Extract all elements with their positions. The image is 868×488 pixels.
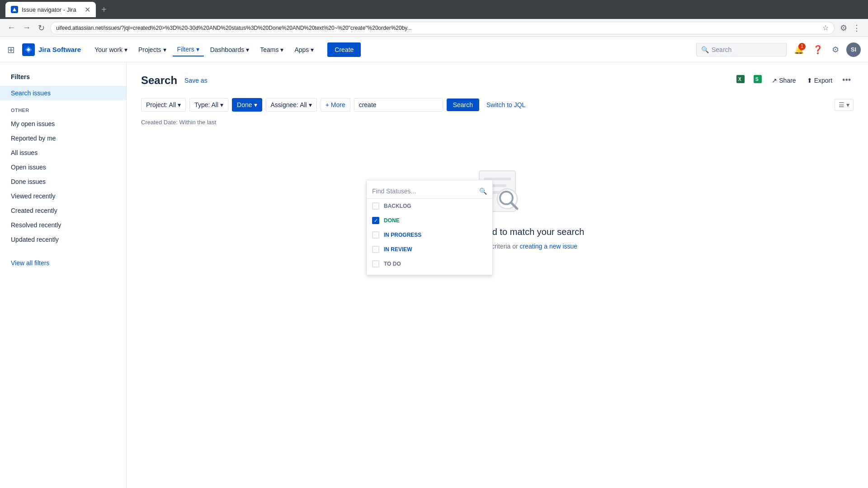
todo-checkbox[interactable] bbox=[372, 260, 379, 267]
sidebar-item-viewed-recently[interactable]: Viewed recently bbox=[0, 189, 126, 203]
nav-filters[interactable]: Filters ▾ bbox=[173, 43, 204, 56]
chevron-down-icon: ▾ bbox=[254, 101, 257, 108]
chevron-down-icon: ▾ bbox=[178, 101, 181, 108]
status-option-in-review[interactable]: IN REVIEW bbox=[367, 242, 492, 257]
nav-projects[interactable]: Projects ▾ bbox=[134, 43, 171, 56]
status-option-todo[interactable]: TO DO bbox=[367, 257, 492, 271]
in-progress-label: IN PROGRESS bbox=[384, 232, 421, 238]
sidebar-item-search-issues[interactable]: Search issues bbox=[0, 86, 126, 100]
in-progress-checkbox[interactable] bbox=[372, 231, 379, 239]
help-btn[interactable]: ❓ bbox=[811, 43, 825, 56]
export-icon: ⬆ bbox=[807, 77, 812, 84]
nav-teams[interactable]: Teams ▾ bbox=[255, 43, 288, 56]
status-option-in-progress[interactable]: IN PROGRESS bbox=[367, 228, 492, 242]
project-filter-btn[interactable]: Project: All ▾ bbox=[141, 98, 186, 112]
assignee-filter-btn[interactable]: Assignee: All ▾ bbox=[266, 98, 317, 112]
sidebar-title: Filters bbox=[0, 73, 126, 80]
backlog-label: BACKLOG bbox=[384, 203, 411, 209]
sheets-icon-btn[interactable]: S bbox=[751, 73, 764, 87]
tab-title: Issue navigator - Jira bbox=[22, 6, 76, 13]
done-checkbox[interactable] bbox=[372, 217, 379, 224]
extensions-btn[interactable]: ⚙ bbox=[838, 21, 849, 35]
bookmark-icon[interactable]: ☆ bbox=[822, 23, 829, 32]
share-btn[interactable]: ↗ Share bbox=[768, 75, 799, 86]
sidebar-item-open[interactable]: Open issues bbox=[0, 160, 126, 174]
chevron-down-icon: ▾ bbox=[246, 46, 249, 53]
sidebar-other-section: OTHER bbox=[0, 100, 126, 117]
backlog-checkbox[interactable] bbox=[372, 202, 379, 210]
sidebar-item-resolved-recently[interactable]: Resolved recently bbox=[0, 218, 126, 232]
content-area: Search Save as X S ↗ Share ⬆ Expor bbox=[127, 62, 868, 488]
nav-your-work[interactable]: Your work ▾ bbox=[90, 43, 132, 56]
list-view-btn[interactable]: ☰ ▾ bbox=[835, 99, 854, 111]
notifications-btn[interactable]: 🔔 1 bbox=[792, 43, 806, 56]
svg-marker-0 bbox=[13, 8, 16, 11]
filter-bar: Project: All ▾ Type: All ▾ Done ▾ Assign… bbox=[141, 98, 854, 112]
address-text: uifeed.atlassian.net/issues/?jql=created… bbox=[56, 25, 820, 31]
dropdown-search-container: 🔍 bbox=[367, 184, 492, 199]
status-option-done[interactable]: DONE bbox=[367, 213, 492, 228]
chevron-down-icon: ▾ bbox=[163, 46, 166, 53]
chevron-down-icon: ▾ bbox=[309, 101, 312, 108]
search-submit-btn[interactable]: Search bbox=[447, 99, 479, 111]
nav-apps[interactable]: Apps ▾ bbox=[290, 43, 318, 56]
main-content: Filters Search issues OTHER My open issu… bbox=[0, 62, 868, 488]
page-header: Search Save as X S ↗ Share ⬆ Expor bbox=[141, 73, 854, 87]
chevron-down-icon: ▾ bbox=[311, 46, 314, 53]
text-search-input[interactable] bbox=[354, 98, 443, 112]
create-issue-link[interactable]: creating a new issue bbox=[520, 243, 578, 250]
more-actions-btn[interactable]: ••• bbox=[840, 74, 854, 87]
grid-icon[interactable]: ⊞ bbox=[7, 44, 15, 55]
excel-icon-btn[interactable]: X bbox=[734, 73, 747, 87]
browser-tab[interactable]: Issue navigator - Jira ✕ bbox=[5, 2, 96, 17]
nav-right: 🔍 Search 🔔 1 ❓ ⚙ SI bbox=[696, 42, 861, 57]
chevron-down-icon: ▾ bbox=[124, 46, 127, 53]
create-btn[interactable]: Create bbox=[327, 42, 361, 57]
back-btn[interactable]: ← bbox=[5, 21, 17, 34]
sidebar-item-all[interactable]: All issues bbox=[0, 145, 126, 160]
address-bar[interactable]: uifeed.atlassian.net/issues/?jql=created… bbox=[50, 22, 835, 34]
page-title: Search bbox=[141, 74, 177, 87]
more-filter-btn[interactable]: + More bbox=[321, 98, 350, 112]
done-label: DONE bbox=[384, 217, 400, 224]
svg-text:S: S bbox=[755, 77, 759, 82]
sidebar: Filters Search issues OTHER My open issu… bbox=[0, 62, 127, 488]
sidebar-item-my-open[interactable]: My open issues bbox=[0, 117, 126, 131]
chevron-down-icon: ▾ bbox=[220, 101, 223, 108]
search-placeholder: Search bbox=[712, 46, 731, 53]
in-review-label: IN REVIEW bbox=[384, 246, 412, 253]
view-toggle: ☰ ▾ bbox=[835, 99, 854, 111]
forward-btn[interactable]: → bbox=[21, 21, 33, 34]
new-tab-btn[interactable]: + bbox=[99, 5, 108, 15]
type-filter-btn[interactable]: Type: All ▾ bbox=[189, 98, 228, 112]
jira-logo[interactable]: Jira Software bbox=[22, 43, 81, 56]
nav-dashboards[interactable]: Dashboards ▾ bbox=[206, 43, 254, 56]
global-search[interactable]: 🔍 Search bbox=[696, 43, 787, 56]
chevron-down-icon: ▾ bbox=[280, 46, 283, 53]
svg-text:X: X bbox=[738, 77, 741, 82]
in-review-checkbox[interactable] bbox=[372, 246, 379, 253]
todo-label: TO DO bbox=[384, 261, 401, 267]
export-btn[interactable]: ⬆ Export bbox=[803, 75, 836, 86]
sidebar-item-updated-recently[interactable]: Updated recently bbox=[0, 232, 126, 247]
save-as-btn[interactable]: Save as bbox=[184, 77, 208, 84]
header-actions: X S ↗ Share ⬆ Export ••• bbox=[734, 73, 854, 87]
settings-btn[interactable]: ⚙ bbox=[830, 43, 841, 56]
done-filter-btn[interactable]: Done ▾ bbox=[232, 98, 262, 112]
refresh-btn[interactable]: ↻ bbox=[36, 21, 47, 35]
search-icon: 🔍 bbox=[479, 188, 487, 195]
sidebar-item-reported[interactable]: Reported by me bbox=[0, 131, 126, 145]
nav-items: Your work ▾ Projects ▾ Filters ▾ Dashboa… bbox=[90, 43, 318, 56]
status-option-backlog[interactable]: BACKLOG bbox=[367, 199, 492, 213]
search-icon: 🔍 bbox=[701, 46, 709, 53]
sidebar-item-done[interactable]: Done issues bbox=[0, 174, 126, 189]
more-options-btn[interactable]: ⋮ bbox=[851, 21, 863, 35]
avatar[interactable]: SI bbox=[846, 42, 861, 57]
sidebar-item-created-recently[interactable]: Created recently bbox=[0, 203, 126, 218]
empty-state: No issues were found to match your searc… bbox=[141, 135, 854, 277]
tab-close-btn[interactable]: ✕ bbox=[85, 5, 90, 14]
switch-jql-btn[interactable]: Switch to JQL bbox=[483, 99, 529, 111]
sidebar-item-view-all-filters[interactable]: View all filters bbox=[0, 256, 126, 270]
status-search-input[interactable] bbox=[372, 188, 476, 195]
logo-text: Jira Software bbox=[38, 46, 81, 53]
